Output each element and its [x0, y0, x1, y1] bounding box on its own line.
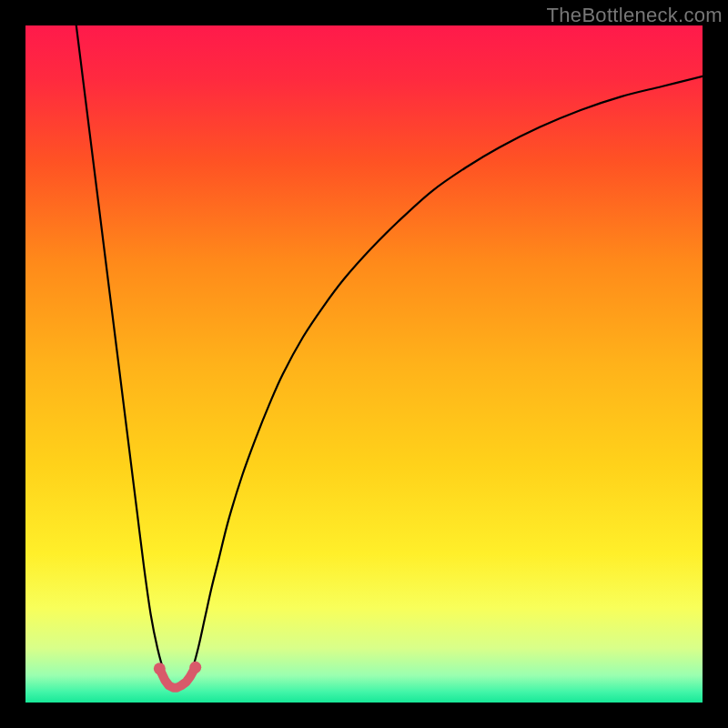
bottleneck-chart: [25, 25, 703, 703]
watermark-text: TheBottleneck.com: [547, 4, 723, 27]
chart-frame: [25, 25, 703, 703]
svg-point-0: [154, 662, 166, 674]
svg-point-1: [189, 662, 201, 673]
gradient-background: [25, 25, 703, 703]
